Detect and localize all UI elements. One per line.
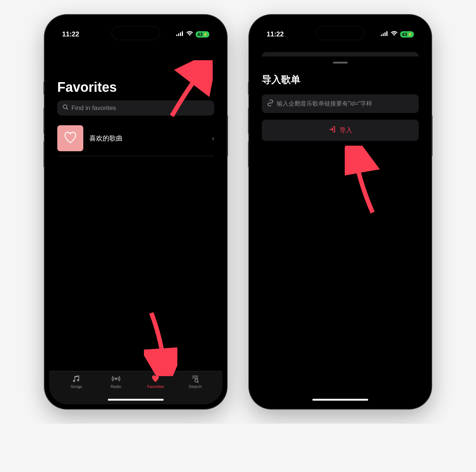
dynamic-island	[316, 26, 364, 40]
status-icons: 43⚡	[381, 31, 414, 38]
list-item-label: 喜欢的歌曲	[89, 134, 206, 143]
import-sheet: 导入歌单 输入企鹅音乐歌单链接要有"id="字样 导入	[254, 56, 427, 404]
phone-frame-right: 11:22 43⚡ 导入歌单	[249, 15, 431, 409]
signal-icon	[381, 31, 388, 38]
svg-point-6	[115, 378, 117, 379]
tab-songs-label: Songs	[71, 384, 82, 389]
battery-badge: 43⚡	[196, 31, 209, 38]
sheet-title: 导入歌单	[262, 73, 419, 86]
svg-rect-14	[386, 31, 387, 36]
wifi-icon	[390, 31, 398, 38]
tab-search-label: Search	[189, 384, 202, 389]
import-button-label: 导入	[340, 126, 352, 135]
status-time: 11:22	[62, 30, 79, 38]
svg-rect-0	[176, 35, 177, 36]
svg-point-9	[195, 379, 198, 382]
chevron-right-icon: ›	[212, 135, 214, 142]
charging-icon: ⚡	[203, 32, 208, 36]
tab-songs[interactable]: Songs	[61, 374, 91, 404]
battery-badge: 43⚡	[400, 31, 414, 38]
link-icon	[267, 100, 274, 108]
home-indicator[interactable]	[108, 399, 164, 401]
heart-playlist-icon	[57, 125, 83, 151]
tab-search[interactable]: Search	[180, 374, 210, 404]
search-placeholder: Find in favorites	[71, 104, 116, 112]
svg-rect-2	[180, 32, 181, 36]
svg-rect-11	[381, 35, 382, 36]
tab-radio-label: Radio	[110, 384, 121, 389]
battery-level: 43	[402, 32, 407, 37]
screen-import-sheet: 11:22 43⚡ 导入歌单	[254, 19, 427, 404]
wifi-icon	[186, 31, 193, 38]
playlist-url-input[interactable]: 输入企鹅音乐歌单链接要有"id="字样	[262, 94, 419, 113]
svg-rect-12	[383, 33, 384, 36]
add-button[interactable]: +	[206, 60, 212, 72]
favorites-list-item[interactable]: 喜欢的歌曲 ›	[57, 121, 214, 156]
import-icon	[328, 126, 336, 135]
dynamic-island	[112, 26, 160, 40]
svg-point-4	[63, 105, 67, 109]
status-time: 11:22	[267, 30, 284, 38]
charging-icon: ⚡	[408, 32, 412, 36]
input-placeholder: 输入企鹅音乐歌单链接要有"id="字样	[277, 100, 372, 108]
phone-frame-left: 11:22 43⚡ + Favorites	[45, 15, 227, 409]
import-button[interactable]: 导入	[262, 120, 419, 141]
sheet-grabber[interactable]	[333, 62, 348, 64]
tab-favorites-label: Favorites	[147, 384, 164, 389]
favorites-content: + Favorites Find in favorites 喜欢的歌曲 ›	[49, 42, 222, 156]
signal-icon	[176, 31, 184, 38]
status-icons: 43⚡	[176, 31, 209, 38]
sheet-back-card	[262, 52, 419, 56]
search-icon	[62, 104, 68, 112]
battery-level: 43	[197, 32, 203, 37]
svg-line-10	[197, 382, 199, 383]
svg-rect-3	[182, 31, 183, 36]
page-title: Favorites	[57, 80, 214, 95]
annotation-arrow-tab	[144, 309, 177, 376]
svg-line-5	[67, 108, 68, 110]
search-input[interactable]: Find in favorites	[57, 100, 214, 116]
svg-rect-13	[385, 32, 386, 36]
screen-favorites: 11:22 43⚡ + Favorites	[49, 19, 222, 404]
home-indicator[interactable]	[312, 399, 368, 401]
svg-rect-1	[178, 33, 179, 36]
